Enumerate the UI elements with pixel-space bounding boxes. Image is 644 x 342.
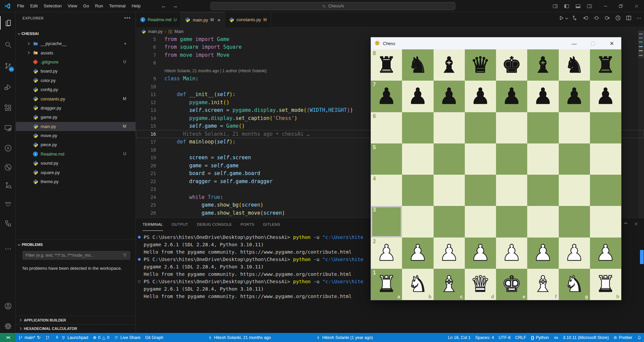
square-f2[interactable]: ♟ [527,238,558,269]
panel-tab-debug-console[interactable]: DEBUG CONSOLE [197,218,232,231]
square-g8[interactable]: ♞ [559,49,590,81]
breadcrumb-file[interactable]: main.py [148,29,163,34]
gitlens-changes-icon[interactable] [593,15,600,21]
tab-constants-py[interactable]: constants.pyM [225,12,271,27]
square-g4[interactable] [559,175,590,206]
menu-run[interactable]: Run [92,2,106,10]
square-f7[interactable]: ♟ [527,81,558,112]
white-piece-b1[interactable]: ♞ [408,273,428,295]
square-a2[interactable]: 2♟ [371,238,402,269]
white-piece-e2[interactable]: ♟ [502,242,522,264]
live-share-status[interactable]: Live Share [112,333,143,342]
activity-item-more[interactable] [0,242,16,256]
activity-item-remote-explorer[interactable] [0,121,16,135]
white-piece-c1[interactable]: ♝ [439,273,459,295]
activity-item-accounts[interactable] [0,299,16,313]
file-row-board-py[interactable]: board.py [16,67,136,76]
square-h4[interactable] [590,175,621,206]
white-piece-g2[interactable]: ♟ [564,242,584,264]
language-mode-status[interactable]: {} Python [529,333,551,342]
square-g2[interactable]: ♟ [559,238,590,269]
pygame-controller-status[interactable] [551,333,561,342]
black-piece-c7[interactable]: ♟ [439,85,459,108]
square-a5[interactable]: 5 [371,143,402,175]
square-e8[interactable]: ♚ [496,49,527,81]
square-f6[interactable] [527,112,558,143]
file-row-game-py[interactable]: game.py [16,113,136,122]
square-a1[interactable]: 1a♜ [371,269,402,300]
black-piece-f8[interactable]: ♝ [533,54,553,76]
square-h6[interactable] [590,112,621,143]
square-a7[interactable]: 7♟ [371,81,402,112]
square-g7[interactable]: ♟ [559,81,590,112]
prettier-status[interactable]: ⊘ Prettier [611,333,635,342]
square-e2[interactable]: ♟ [496,238,527,269]
git-graph-status[interactable]: Git Graph [143,333,166,342]
square-c6[interactable] [434,112,465,143]
terminal-scrollbar-thumb[interactable] [640,250,644,264]
square-b1[interactable]: b♞ [402,269,433,300]
square-g5[interactable] [559,143,590,175]
square-e4[interactable] [496,175,527,206]
square-c3[interactable] [434,206,465,237]
square-f4[interactable] [527,175,558,206]
square-a3[interactable]: 3 [371,206,402,237]
chess-close-button[interactable]: × [602,37,621,49]
square-h2[interactable]: ♟ [590,238,621,269]
eol-status[interactable]: CRLF [513,333,529,342]
black-piece-c8[interactable]: ♝ [439,54,459,76]
white-piece-g1[interactable]: ♞ [564,273,584,295]
remote-indicator[interactable]: >< [0,333,16,342]
square-b6[interactable] [402,112,433,143]
black-piece-h8[interactable]: ♜ [596,54,615,76]
nav-forward-icon[interactable]: → [172,3,178,9]
square-d1[interactable]: d♛ [465,269,496,300]
square-b4[interactable] [402,175,433,206]
menu-help[interactable]: Help [129,2,144,10]
panel-tab-output[interactable]: OUTPUT [172,218,188,231]
section-hexadecimal-calculator[interactable]: HEXADECIMAL CALCULATOR [16,324,136,333]
chess-maximize-button[interactable]: ▢ [584,37,602,49]
white-piece-b2[interactable]: ♟ [408,242,428,264]
white-piece-a1[interactable]: ♜ [377,273,396,295]
square-f5[interactable] [527,143,558,175]
square-h8[interactable]: ♜ [590,49,621,81]
square-c7[interactable]: ♟ [434,81,465,112]
square-b7[interactable]: ♟ [402,81,433,112]
file-row-readme-md[interactable]: iReadme.mdU [16,149,136,159]
white-piece-h2[interactable]: ♟ [596,242,615,264]
chess-window-titlebar[interactable]: Chess — ▢ × [371,37,621,49]
square-h1[interactable]: h♜ [590,269,621,300]
square-h5[interactable] [590,143,621,175]
black-piece-d8[interactable]: ♛ [470,54,490,76]
white-piece-d2[interactable]: ♟ [470,242,490,264]
white-piece-f2[interactable]: ♟ [533,242,553,264]
square-d2[interactable]: ♟ [465,238,496,269]
activity-item-thunder-client[interactable] [0,141,16,155]
more-actions-icon[interactable]: ⋯ [636,15,642,21]
square-e7[interactable]: ♟ [496,81,527,112]
gitlens-compare-icon[interactable] [572,15,578,21]
square-b8[interactable]: ♞ [402,49,433,81]
run-python-file-button[interactable] [558,15,567,21]
blame-status[interactable]: Hitesh Solanki, 21 months ago [205,333,274,342]
window-minimize-button[interactable] [598,0,613,12]
square-f3[interactable] [527,206,558,237]
file-row-dragger-py[interactable]: dragger.py [16,103,136,113]
square-a8[interactable]: 8♜ [371,49,402,81]
indentation-status[interactable]: Spaces: 4 [473,333,496,342]
black-piece-g7[interactable]: ♟ [564,85,584,108]
activity-item-gitlens[interactable] [0,161,16,174]
square-b2[interactable]: ♟ [402,238,433,269]
gitlens-file-history-icon[interactable] [615,15,621,21]
square-h7[interactable]: ♟ [590,81,621,112]
square-e3[interactable] [496,206,527,237]
square-d7[interactable]: ♟ [465,81,496,112]
menu-terminal[interactable]: Terminal [106,2,129,10]
black-piece-b7[interactable]: ♟ [408,85,428,108]
white-piece-d1[interactable]: ♛ [470,273,490,295]
python-interpreter-status[interactable]: 3.10.11 (Microsoft Store) [561,333,611,342]
square-a4[interactable]: 4 [371,175,402,206]
square-g3[interactable] [559,206,590,237]
square-h3[interactable] [590,206,621,237]
